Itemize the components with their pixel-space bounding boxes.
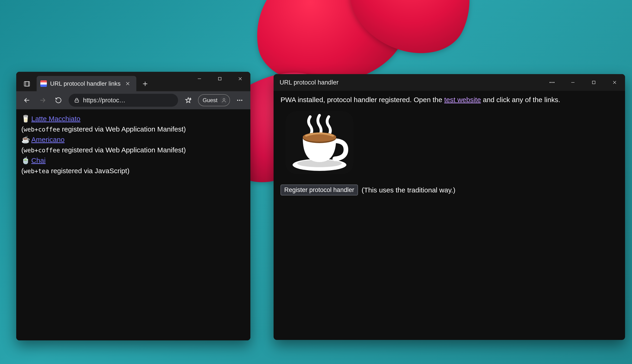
maximize-button[interactable] [209,72,230,86]
minimize-button[interactable] [562,74,583,91]
drink-link-americano[interactable]: Americano [31,134,65,145]
address-bar[interactable]: https://protoc… [69,94,178,107]
arrow-right-icon [39,97,46,104]
pwa-message-text: and click any of the links. [481,96,560,104]
svg-rect-24 [592,81,595,84]
note-text: ( [21,125,24,133]
coffee-cup-icon [285,110,354,175]
pwa-message: PWA installed, protocol handler register… [281,96,618,104]
test-website-link[interactable]: test website [444,96,481,104]
new-tab-button[interactable] [139,77,152,90]
browser-titlebar: URL protocol handler links [16,72,250,91]
browser-window: URL protocol handler links [16,72,250,340]
minimize-button[interactable] [189,72,209,86]
scheme-text: web+tea [24,168,49,174]
drink-emoji: 🥛 [21,114,30,124]
tab-actions-icon [24,80,30,87]
svg-rect-1 [26,82,30,86]
reload-button[interactable] [51,94,66,107]
close-icon [238,76,243,81]
pwa-content: PWA installed, protocol handler register… [274,91,625,340]
pwa-titlebar: URL protocol handler [274,74,625,91]
close-window-button[interactable] [604,74,625,91]
lock-icon [74,97,80,103]
window-controls [189,72,250,91]
svg-point-21 [552,82,553,83]
person-icon [221,98,227,103]
svg-rect-12 [75,100,78,102]
minimize-icon [571,80,575,85]
drink-item: ☕ Americano (web+coffee registered via W… [21,134,245,155]
register-note: (This uses the traditional way.) [362,186,456,194]
forward-button[interactable] [35,94,50,107]
page-content: 🥛 Latte Macchiato (web+coffee registered… [16,109,250,340]
pwa-title: URL protocol handler [280,79,542,86]
drink-item: 🍵 Chai (web+tea registered via JavaScrip… [21,155,245,176]
svg-point-19 [241,100,242,101]
close-icon [125,81,130,86]
note-text: registered via JavaScript) [49,167,130,174]
scheme-text: web+coffee [24,147,60,154]
pwa-menu-button[interactable] [542,74,562,91]
maximize-button[interactable] [583,74,604,91]
arrow-left-icon [24,97,30,104]
tab-title: URL protocol handler links [50,80,121,87]
pwa-window-controls [542,74,625,91]
note-text: registered via Web Application Manifest) [60,146,186,154]
app-menu-button[interactable] [232,94,247,107]
maximize-icon [591,80,596,85]
note-text: ( [21,146,24,154]
plus-icon [142,80,148,87]
drink-emoji: ☕ [21,134,30,145]
more-horizontal-icon [549,79,555,86]
svg-point-22 [553,82,555,83]
note-text: registered via Web Application Manifest) [60,125,186,133]
svg-point-16 [223,98,225,100]
close-icon [612,80,617,85]
reload-icon [55,97,62,104]
tab-actions-button[interactable] [20,76,34,91]
register-row: Register protocol handler (This uses the… [281,184,618,196]
tab-close-button[interactable] [124,80,132,88]
drink-link-latte[interactable]: Latte Macchiato [31,114,80,124]
pwa-window: URL protocol handler PWA installed, prot… [274,74,625,340]
drink-link-chai[interactable]: Chai [31,155,46,166]
minimize-icon [197,76,202,81]
favorites-button[interactable] [181,94,196,107]
app-icon [285,110,618,177]
profile-button[interactable]: Guest [198,94,230,106]
svg-point-20 [550,82,551,83]
back-button[interactable] [20,94,34,107]
star-plus-icon [185,97,192,104]
register-protocol-button[interactable]: Register protocol handler [281,184,358,196]
profile-label: Guest [203,97,218,104]
pwa-message-text: PWA installed, protocol handler register… [281,96,444,104]
svg-point-17 [237,100,238,101]
tab-strip: URL protocol handler links [16,72,189,91]
svg-rect-0 [24,82,29,86]
tab-favicon [40,80,47,87]
browser-tab[interactable]: URL protocol handler links [37,76,136,91]
more-horizontal-icon [236,97,243,104]
drink-emoji: 🍵 [21,155,30,166]
address-bar-url: https://protoc… [83,97,125,104]
svg-rect-7 [219,77,221,80]
close-window-button[interactable] [230,72,250,86]
maximize-icon [218,76,222,81]
browser-toolbar: https://protoc… Guest [16,91,250,109]
drink-item: 🥛 Latte Macchiato (web+coffee registered… [21,114,245,134]
note-text: ( [21,167,24,174]
scheme-text: web+coffee [24,126,60,133]
profile-avatar [220,96,228,104]
svg-point-18 [239,100,241,101]
